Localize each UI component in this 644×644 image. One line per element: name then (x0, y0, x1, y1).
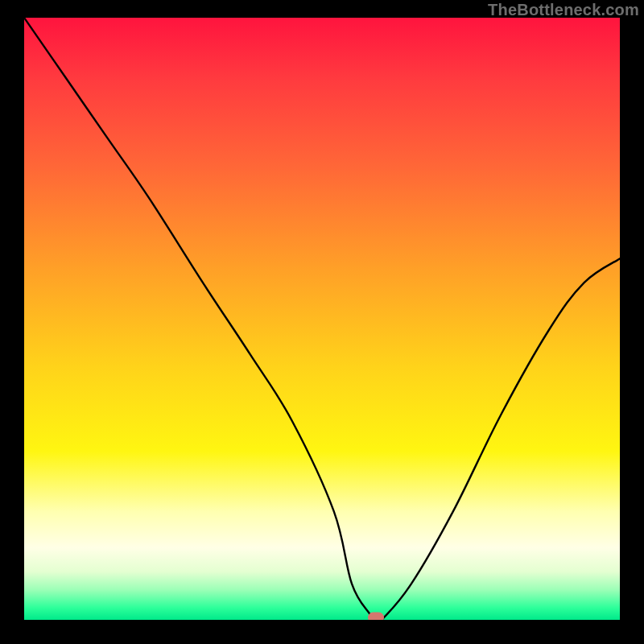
minimum-marker (368, 613, 384, 621)
chart-frame: TheBottleneck.com (0, 0, 644, 644)
bottleneck-curve (24, 18, 620, 620)
plot-area (24, 18, 620, 620)
attribution-label: TheBottleneck.com (488, 1, 639, 19)
